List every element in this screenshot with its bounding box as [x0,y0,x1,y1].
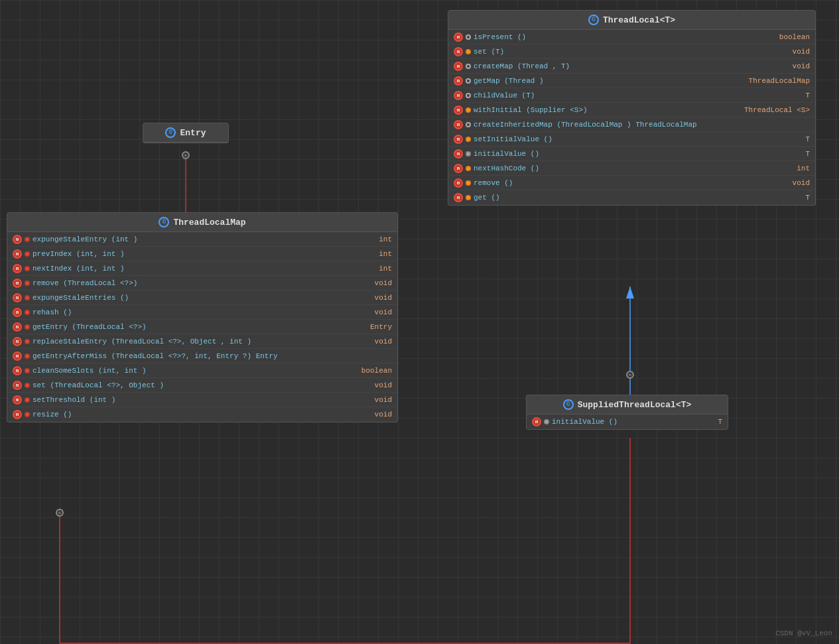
method-return-3: void [375,279,392,287]
tl-vis-dot-11 [466,195,471,200]
tl-method-name-10: remove () [474,179,790,187]
tl-method-row-ispresent: m isPresent () boolean [448,30,815,44]
method-return-1: int [379,250,392,258]
tl-vis-dot-5 [466,107,471,113]
tl-method-row-createinheritedmap: m createInheritedMap (ThreadLocalMap ) T… [448,117,815,132]
tl-method-icon-6: m [454,120,463,129]
threadlocalmap-header: © ThreadLocalMap [7,213,397,232]
method-row-resize: m resize () void [7,407,397,422]
method-icon-0: m [13,235,22,244]
method-return-11: void [375,396,392,404]
method-return-7: void [375,338,392,346]
tl-method-icon-0: m [454,32,463,42]
tl-vis-dot-6 [466,122,471,127]
entry-icon: © [165,127,176,138]
tl-method-name-8: initialValue () [474,150,803,158]
method-name-2: nextIndex (int, int ) [32,265,376,273]
suppliedthreadlocal-header: © SuppliedThreadLocal<T> [527,395,728,415]
tl-method-return-1: void [793,48,810,56]
tl-method-row-get: m get () T [448,190,815,205]
entry-card-header: © Entry [143,123,228,143]
method-row-previndex: m prevIndex (int, int ) int [7,247,397,261]
tl-method-name-6: createInheritedMap (ThreadLocalMap ) Thr… [474,121,807,129]
method-name-7: replaceStaleEntry (ThreadLocal <?>, Obje… [32,338,372,346]
tl-method-icon-2: m [454,62,463,71]
vis-dot-12 [25,412,30,417]
threadlocal-header: © ThreadLocal<T> [448,11,815,30]
method-icon-2: m [13,264,22,273]
threadlocalmap-title: ThreadLocalMap [173,218,245,227]
vis-dot-9 [25,368,30,373]
method-icon-4: m [13,293,22,302]
threadlocalmap-card: © ThreadLocalMap m expungeStaleEntry (in… [7,212,398,422]
vis-dot-10 [25,383,30,388]
supplied-method-return-0: T [718,418,722,426]
tl-method-return-8: T [805,150,810,158]
method-return-12: void [375,411,392,419]
method-return-9: boolean [361,367,392,375]
method-icon-10: m [13,381,22,390]
method-return-10: void [375,381,392,389]
tl-method-name-9: nextHashCode () [474,164,794,172]
supplied-title: SuppliedThreadLocal<T> [578,400,692,410]
method-name-9: cleanSomeSlots (int, int ) [32,367,359,375]
supplied-method-row-initialvalue: m initialValue () T [527,415,728,429]
method-row-setthreshold: m setThreshold (int ) void [7,393,397,407]
method-name-4: expungeStaleEntries () [32,294,372,302]
method-icon-12: m [13,410,22,419]
method-row-nextindex: m nextIndex (int, int ) int [7,261,397,276]
method-row-replacestaleentry: m replaceStaleEntry (ThreadLocal <?>, Ob… [7,334,397,349]
tl-vis-dot-2 [466,64,471,69]
method-row-getentryaftermiss: m getEntryAfterMiss (ThreadLocal <?>?, i… [7,349,397,363]
method-row-set: m set (ThreadLocal <?>, Object ) void [7,378,397,393]
tl-method-return-2: void [793,62,810,70]
method-icon-3: m [13,279,22,288]
tl-vis-dot-3 [466,78,471,84]
tl-method-return-4: T [805,92,810,99]
vis-dot-8 [25,354,30,359]
vis-dot-6 [25,324,30,330]
vis-dot-1 [25,251,30,257]
tl-vis-dot-8 [466,151,471,157]
tl-method-row-withinitial: m withInitial (Supplier <S>) ThreadLocal… [448,103,815,117]
threadlocal-icon: © [588,15,599,25]
threadlocal-card: © ThreadLocal<T> m isPresent () boolean … [448,10,816,206]
suppliedthreadlocal-card: © SuppliedThreadLocal<T> m initialValue … [526,395,728,430]
tl-method-return-10: void [793,179,810,187]
method-return-4: void [375,294,392,302]
tl-vis-dot-10 [466,180,471,186]
tl-method-row-set: m set (T) void [448,44,815,59]
threadlocal-supplied-expand[interactable]: + [626,371,634,379]
tl-method-name-3: getMap (Thread ) [474,77,746,85]
method-name-8: getEntryAfterMiss (ThreadLocal <?>?, int… [32,352,389,360]
tl-method-name-0: isPresent () [474,33,777,41]
tl-method-name-5: withInitial (Supplier <S>) [474,106,742,114]
method-name-5: rehash () [32,308,372,316]
method-return-0: int [379,235,392,243]
tl-method-row-setinitialvalue: m setInitialValue () T [448,132,815,147]
tl-vis-dot-0 [466,34,471,40]
tl-method-icon-9: m [454,164,463,173]
entry-expand[interactable]: + [182,151,190,159]
tl-method-icon-4: m [454,91,463,100]
tl-method-row-childvalue: m childValue (T) T [448,88,815,103]
tl-method-name-2: createMap (Thread , T) [474,62,790,70]
tl-method-name-4: childValue (T) [474,92,803,99]
tl-method-return-0: boolean [779,33,810,41]
method-row-remove: m remove (ThreadLocal <?>) void [7,276,397,290]
vis-dot-3 [25,281,30,286]
method-return-6: Entry [370,323,392,331]
method-icon-1: m [13,249,22,259]
watermark: CSDN @vV_Leon [775,629,832,637]
method-icon-5: m [13,308,22,317]
method-row-rehash: m rehash () void [7,305,397,320]
threadlocalmap-expand[interactable]: + [56,509,64,517]
method-row-expungestaleentries: m expungeStaleEntries () void [7,290,397,305]
supplied-vis-dot-0 [544,419,549,424]
tl-vis-dot-1 [466,49,471,54]
supplied-method-name-0: initialValue () [552,418,715,426]
tl-method-return-3: ThreadLocalMap [749,77,810,85]
method-name-11: setThreshold (int ) [32,396,372,404]
supplied-icon: © [563,399,574,410]
tl-method-name-7: setInitialValue () [474,135,803,143]
